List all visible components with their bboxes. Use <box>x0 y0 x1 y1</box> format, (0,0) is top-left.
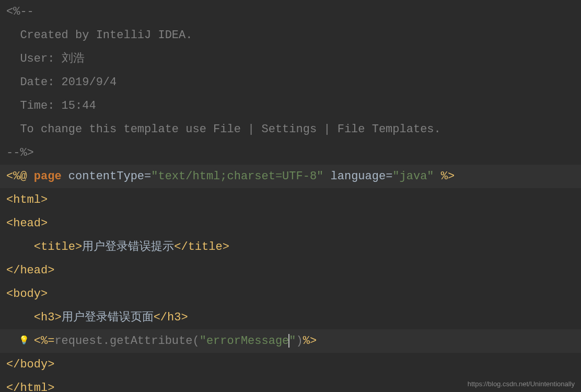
code-line-7[interactable]: --%> <box>0 141 581 165</box>
tag-bracket: > <box>75 240 82 253</box>
code-line-13[interactable]: <body> <box>0 282 581 306</box>
jsp-directive-close: %> <box>434 170 455 183</box>
code-line-14[interactable]: <h3>用户登录错误页面</h3> <box>0 306 581 329</box>
string-value: "text/html;charset=UTF-8" <box>151 170 323 183</box>
indent <box>6 235 34 259</box>
tag-bracket: </ <box>154 311 167 324</box>
tag-bracket: < <box>34 311 41 324</box>
title-tag: title <box>41 240 75 253</box>
comment-text: Created by IntelliJ IDEA. <box>6 29 192 42</box>
html-tag-close: html <box>20 382 48 392</box>
tag-bracket: </ <box>174 240 188 253</box>
body-tag: body <box>13 287 41 301</box>
tag-bracket: > <box>41 193 48 206</box>
tag-bracket: </ <box>6 264 20 277</box>
tag-bracket: > <box>48 358 54 371</box>
title-text: 用户登录错误提示 <box>82 240 174 253</box>
string-value: " <box>289 335 296 348</box>
tag-bracket: > <box>54 311 61 324</box>
tag-bracket: > <box>48 264 54 277</box>
comment-start: <%-- <box>6 5 34 18</box>
attribute: contentType= <box>62 170 152 183</box>
jsp-expr-open: <%= <box>34 335 55 348</box>
html-tag: html <box>13 193 41 206</box>
code-line-12[interactable]: </head> <box>0 259 581 282</box>
string-value: "errorMessage <box>200 335 289 348</box>
jsp-expr-close: %> <box>303 335 317 348</box>
code-line-3[interactable]: User: 刘浩 <box>0 47 581 71</box>
code-line-1[interactable]: <%-- <box>0 0 581 24</box>
tag-bracket: > <box>41 217 48 230</box>
comment-text: User: 刘浩 <box>6 52 85 65</box>
code-line-16[interactable]: </body> <box>0 353 581 376</box>
string-value: "java" <box>392 170 434 183</box>
tag-bracket: </ <box>6 358 20 371</box>
head-tag: head <box>13 217 41 230</box>
jsp-page-keyword: page <box>34 170 62 183</box>
request-object: request <box>54 335 102 348</box>
tag-bracket: </ <box>6 382 20 392</box>
code-line-5[interactable]: Time: 15:44 <box>0 94 581 118</box>
comment-text: Time: 15:44 <box>6 99 96 112</box>
h3-tag-close: h3 <box>167 311 181 324</box>
tag-bracket: < <box>6 217 13 230</box>
close-paren: ) <box>296 335 303 348</box>
h3-text: 用户登录错误页面 <box>62 311 154 324</box>
jsp-directive-open: <%@ <box>6 170 34 183</box>
code-line-8[interactable]: <%@ page contentType="text/html;charset=… <box>0 165 581 188</box>
tag-bracket: < <box>34 240 41 253</box>
indent <box>6 306 34 329</box>
tag-bracket: > <box>41 287 48 301</box>
code-line-9[interactable]: <html> <box>0 188 581 212</box>
tag-bracket: < <box>6 287 13 301</box>
intention-bulb-icon[interactable]: 💡 <box>19 329 29 353</box>
comment-text: Date: 2019/9/4 <box>6 76 117 89</box>
method-call: .getAttribute( <box>103 335 200 348</box>
watermark-text: https://blog.csdn.net/Unintentionally <box>468 380 575 388</box>
tag-bracket: < <box>6 193 13 206</box>
code-line-15[interactable]: 💡 <%=request.getAttribute("errorMessage"… <box>0 329 581 353</box>
code-line-6[interactable]: To change this template use File | Setti… <box>0 118 581 141</box>
body-tag-close: body <box>20 358 48 371</box>
code-line-10[interactable]: <head> <box>0 212 581 235</box>
comment-text: To change this template use File | Setti… <box>6 123 441 136</box>
code-line-11[interactable]: <title>用户登录错误提示</title> <box>0 235 581 259</box>
h3-tag: h3 <box>41 311 54 324</box>
comment-end: --%> <box>6 146 34 159</box>
code-line-2[interactable]: Created by IntelliJ IDEA. <box>0 24 581 47</box>
head-tag-close: head <box>20 264 48 277</box>
code-editor[interactable]: <%-- Created by IntelliJ IDEA. User: 刘浩 … <box>0 0 581 392</box>
code-line-4[interactable]: Date: 2019/9/4 <box>0 71 581 94</box>
attribute: language= <box>323 170 392 183</box>
tag-bracket: > <box>181 311 188 324</box>
tag-bracket: > <box>223 240 229 253</box>
tag-bracket: > <box>48 382 54 392</box>
title-tag-close: title <box>188 240 223 253</box>
